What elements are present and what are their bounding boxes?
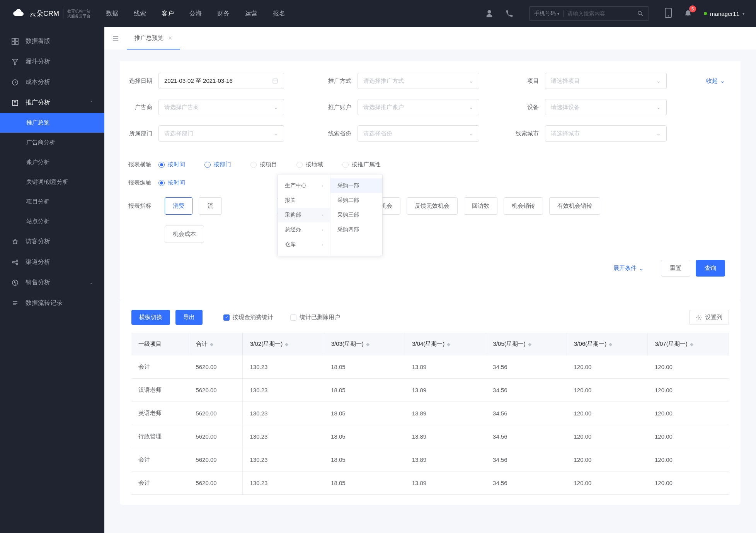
close-icon[interactable]: ✕ (168, 35, 172, 41)
th-total[interactable]: 合计◆ (189, 333, 243, 355)
sidebar-item-dashboard[interactable]: 数据看版 (0, 31, 104, 51)
nav-operations[interactable]: 运营 (245, 10, 257, 18)
checkbox-cash[interactable]: 按现金消费统计 (223, 314, 273, 321)
nav-data[interactable]: 数据 (106, 10, 118, 18)
sidebar-item-promo[interactable]: 推广分析 ⌃ (0, 92, 104, 113)
sidebar-item-cost[interactable]: 成本分析 (0, 72, 104, 92)
chevron-down-icon: ⌄ (469, 130, 473, 137)
reset-button[interactable]: 重置 (661, 260, 690, 277)
account-select[interactable]: 请选择推广账户 ⌄ (358, 99, 479, 115)
phone-icon[interactable] (505, 9, 514, 18)
nav-leads[interactable]: 线索 (134, 10, 146, 18)
th-d4[interactable]: 3/05(星期一)◆ (486, 333, 567, 355)
method-select[interactable]: 请选择推广方式 ⌄ (358, 73, 479, 89)
metric-invalid[interactable]: 反馈无效机会 (407, 197, 458, 215)
th-d6[interactable]: 3/07(星期一)◆ (648, 333, 729, 355)
radio-h-attr[interactable]: 按推广属性 (342, 161, 381, 168)
chevron-up-icon: ⌃ (90, 101, 93, 105)
config-columns[interactable]: 设置列 (689, 310, 729, 325)
search-type-select[interactable]: 手机号码 ▾ (534, 10, 564, 17)
metric-flow[interactable]: 流 (199, 197, 222, 215)
device-select[interactable]: 请选择设备 ⌄ (545, 99, 667, 115)
menu-production[interactable]: 生产中心› (278, 178, 330, 193)
radio-h-time[interactable]: 按时间 (158, 161, 185, 168)
menu-purchase[interactable]: 采购部› (278, 208, 330, 222)
chevron-down-icon: ⌄ (90, 280, 93, 285)
checkbox-deleted[interactable]: 统计已删除用户 (290, 314, 340, 321)
sidebar-item-keyword[interactable]: 关键词/创意分析 (0, 172, 104, 192)
menu-purchase-2[interactable]: 采购二部 (330, 193, 382, 208)
th-d5[interactable]: 3/06(星期一)◆ (567, 333, 648, 355)
project-select[interactable]: 请选择项目 ⌄ (545, 73, 667, 89)
menu-gm[interactable]: 总经办› (278, 222, 330, 237)
sidebar-item-site[interactable]: 站点分析 (0, 212, 104, 231)
nav-customers[interactable]: 客户 (162, 10, 174, 18)
export-button[interactable]: 导出 (175, 310, 203, 325)
table-cell: 120.00 (567, 472, 648, 495)
th-d3[interactable]: 3/04(星期一)◆ (405, 333, 486, 355)
sidebar-item-advertiser[interactable]: 广告商分析 (0, 133, 104, 152)
logo[interactable]: 云朵CRM 教育机构一站 式服务云平台 (12, 7, 90, 20)
dept-select[interactable]: 请选择部门 ⌄ (158, 125, 284, 142)
switch-button[interactable]: 横纵切换 (131, 310, 170, 325)
sidebar-item-account[interactable]: 账户分析 (0, 152, 104, 172)
h-axis-label: 报表横轴 (120, 161, 158, 168)
sidebar-item-promo-overview[interactable]: 推广总览 (0, 113, 104, 133)
table-cell: 34.56 (486, 425, 567, 448)
table-cell: 120.00 (648, 448, 729, 472)
th-d2[interactable]: 3/03(星期一)◆ (324, 333, 405, 355)
radio-h-dept[interactable]: 按部门 (204, 161, 231, 168)
user-menu[interactable]: manager11 ▾ (704, 10, 744, 17)
user-icon[interactable] (485, 9, 494, 18)
radio-v-time[interactable]: 按时间 (158, 179, 185, 186)
sidebar-item-funnel[interactable]: 漏斗分析 (0, 51, 104, 72)
menu-purchase-3[interactable]: 采购三部 (330, 208, 382, 222)
sidebar-item-channel[interactable]: 渠道分析 (0, 252, 104, 272)
expand-conditions[interactable]: 展开条件 ⌄ (613, 265, 644, 272)
advertiser-select[interactable]: 请选择广告商 ⌄ (158, 99, 284, 115)
search-icon[interactable] (637, 10, 644, 17)
tab-bar: 推广总预览 ✕ (104, 27, 756, 50)
th-d1[interactable]: 3/02(星期一)◆ (243, 333, 324, 355)
mobile-icon[interactable] (664, 8, 672, 19)
nav-enroll[interactable]: 报名 (273, 10, 285, 18)
sort-icon: ◆ (690, 342, 693, 347)
menu-purchase-4[interactable]: 采购四部 (330, 222, 382, 237)
sidebar-item-visitor[interactable]: 访客分析 (0, 231, 104, 252)
bell-icon[interactable]: 5 (684, 9, 692, 19)
table-cell: 13.89 (405, 402, 486, 425)
svg-rect-3 (15, 38, 18, 41)
filter-panel: 选择日期 2021-03-02 至 2021-03-16 推广方式 请选择推广方… (120, 61, 741, 155)
metric-validconv[interactable]: 有效机会销转 (549, 197, 600, 215)
hamburger-icon[interactable] (112, 35, 119, 42)
search-input[interactable] (567, 10, 633, 17)
calendar-icon (272, 78, 278, 84)
svg-rect-5 (15, 42, 18, 44)
metric-oppcost[interactable]: 机会成本 (165, 226, 204, 243)
sidebar-item-flow[interactable]: 数据流转记录 (0, 293, 104, 313)
menu-customs[interactable]: 报关 (278, 193, 330, 208)
metric-oppconv[interactable]: 机会销转 (504, 197, 543, 215)
radio-h-project[interactable]: 按项目 (250, 161, 277, 168)
chevron-down-icon: ⌄ (720, 77, 725, 84)
collapse-toggle[interactable]: 收起 ⌄ (706, 77, 741, 85)
sidebar-item-project[interactable]: 项目分析 (0, 192, 104, 212)
sidebar-item-sales[interactable]: 销售分析 ⌄ (0, 272, 104, 293)
radio-h-region[interactable]: 按地域 (296, 161, 323, 168)
nav-finance[interactable]: 财务 (217, 10, 230, 18)
status-dot (704, 12, 707, 15)
province-select[interactable]: 请选择省份 ⌄ (358, 125, 479, 142)
query-button[interactable]: 查询 (696, 260, 725, 277)
metric-spend[interactable]: 消费 (165, 197, 192, 215)
menu-purchase-1[interactable]: 采购一部 (330, 178, 382, 193)
table-cell: 13.89 (405, 448, 486, 472)
table-row: 会计5620.00130.2318.0513.8934.56120.00120.… (131, 448, 729, 472)
menu-warehouse[interactable]: 仓库› (278, 237, 330, 252)
th-project[interactable]: 一级项目 (131, 333, 189, 355)
date-picker[interactable]: 2021-03-02 至 2021-03-16 (158, 73, 284, 89)
city-select[interactable]: 请选择城市 ⌄ (545, 125, 667, 142)
tab-promo-overview[interactable]: 推广总预览 ✕ (127, 27, 180, 50)
flow-icon (12, 300, 19, 307)
nav-public[interactable]: 公海 (189, 10, 202, 18)
metric-revisit[interactable]: 回访数 (464, 197, 497, 215)
